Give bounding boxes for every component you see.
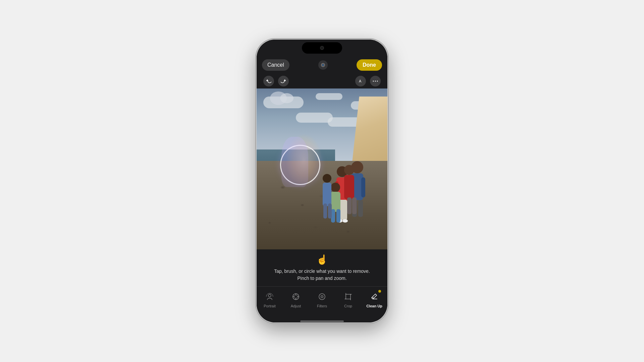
cleanup-label: Clean Up <box>366 304 382 308</box>
svg-point-4 <box>375 81 376 82</box>
redo-button[interactable] <box>278 76 289 86</box>
adjust-label: Adjust <box>291 304 301 308</box>
top-bar: Cancel Done <box>257 56 387 74</box>
home-bar <box>300 320 344 322</box>
brush-icon: ☝ <box>316 254 328 265</box>
bottom-toolbar: Portrait Adjust <box>257 286 387 316</box>
svg-point-39 <box>321 295 323 298</box>
svg-rect-29 <box>323 203 327 219</box>
crop-label: Crop <box>344 304 352 308</box>
action-bar: A <box>257 74 387 88</box>
svg-point-23 <box>331 183 340 192</box>
svg-rect-40 <box>346 294 351 299</box>
cancel-button[interactable]: Cancel <box>262 59 289 71</box>
tool-cleanup[interactable]: Clean Up <box>361 291 387 308</box>
svg-rect-22 <box>347 197 352 214</box>
status-bar <box>257 40 387 56</box>
live-indicator <box>318 60 328 70</box>
filters-icon <box>316 291 328 303</box>
svg-point-3 <box>373 81 374 82</box>
instruction-line-2: Pinch to pan and zoom. <box>297 276 346 281</box>
home-indicator <box>257 316 387 322</box>
instruction-line-1: Tap, brush, or circle what you want to r… <box>274 268 370 274</box>
svg-point-18 <box>342 219 348 223</box>
tool-crop[interactable]: Crop <box>335 291 361 308</box>
done-button[interactable]: Done <box>357 59 382 71</box>
svg-rect-28 <box>323 183 331 206</box>
svg-point-19 <box>344 165 354 175</box>
crop-icon <box>342 291 354 303</box>
tool-adjust[interactable]: Adjust <box>283 291 309 308</box>
instruction-text: Tap, brush, or circle what you want to r… <box>274 268 370 282</box>
svg-rect-24 <box>330 192 340 212</box>
svg-point-5 <box>377 81 378 82</box>
more-button[interactable] <box>370 76 381 86</box>
dynamic-island <box>302 42 342 54</box>
svg-point-33 <box>294 295 298 298</box>
filters-label: Filters <box>317 304 327 308</box>
phone-frame: Cancel Done <box>257 40 387 322</box>
crop-icon-wrap <box>342 291 354 303</box>
phone-body: Cancel Done <box>257 40 387 322</box>
tool-filters[interactable]: Filters <box>309 291 335 308</box>
svg-rect-9 <box>361 177 365 197</box>
svg-rect-26 <box>336 209 340 223</box>
brush-icon-area: ☝ <box>316 254 328 265</box>
action-bar-left <box>263 76 289 86</box>
top-bar-center <box>318 60 328 70</box>
action-bar-right: A <box>355 76 381 86</box>
cleanup-icon-wrap <box>368 291 380 303</box>
info-section: ☝ Tap, brush, or circle what you want to… <box>257 249 387 286</box>
svg-rect-30 <box>328 203 332 219</box>
auto-button[interactable]: A <box>355 76 366 86</box>
tool-portrait[interactable]: Portrait <box>257 291 283 308</box>
svg-point-1 <box>322 64 324 66</box>
svg-point-31 <box>268 294 271 297</box>
svg-point-27 <box>323 174 331 183</box>
camera-dot <box>320 46 324 50</box>
adjust-icon <box>290 291 302 303</box>
undo-button[interactable] <box>263 76 274 86</box>
portrait-icon-wrap <box>264 291 276 303</box>
cleanup-active-dot <box>378 290 381 293</box>
photo-area[interactable] <box>257 88 387 249</box>
svg-rect-11 <box>358 200 363 217</box>
cleanup-icon <box>368 291 380 303</box>
portrait-icon <box>264 291 276 303</box>
portrait-label: Portrait <box>264 304 275 308</box>
family-illustration <box>257 88 387 249</box>
svg-rect-21 <box>352 197 357 214</box>
svg-text:A: A <box>359 79 362 83</box>
svg-rect-20 <box>344 175 354 199</box>
adjust-icon-wrap <box>290 291 302 303</box>
filters-icon-wrap <box>316 291 328 303</box>
